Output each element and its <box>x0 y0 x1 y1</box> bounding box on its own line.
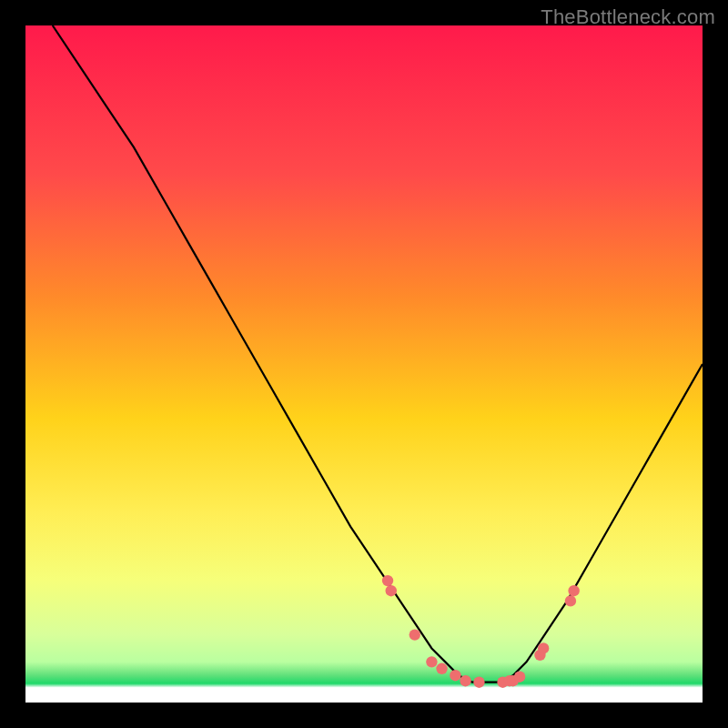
highlight-dot <box>568 585 579 596</box>
chart-frame: TheBottleneck.com <box>0 0 728 728</box>
highlight-dot <box>514 672 525 682</box>
plot-svg <box>25 25 703 703</box>
gradient-background <box>25 25 703 703</box>
watermark-text: TheBottleneck.com <box>541 5 715 29</box>
highlight-dot <box>410 629 420 640</box>
plot-area <box>25 25 703 703</box>
highlight-dot <box>382 575 393 586</box>
highlight-dot <box>450 670 460 681</box>
highlight-dot <box>436 663 447 674</box>
highlight-dot <box>538 642 549 653</box>
highlight-dot <box>426 656 437 667</box>
highlight-dot <box>565 595 576 606</box>
highlight-dot <box>473 676 484 687</box>
highlight-dot <box>386 585 397 596</box>
highlight-dot <box>460 675 470 686</box>
